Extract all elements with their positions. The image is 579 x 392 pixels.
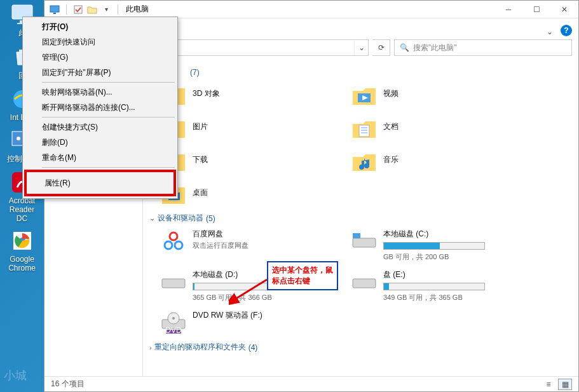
desktop-icon-label: Google Chrome bbox=[4, 255, 40, 273]
separator bbox=[66, 4, 67, 15]
folders-grid: 3D 对象 视频 图片 文档 下载 bbox=[149, 82, 572, 206]
context-menu-properties[interactable]: 属性(R) bbox=[27, 172, 174, 194]
drive-usage-bar bbox=[383, 283, 485, 290]
search-icon: 🔍 bbox=[400, 43, 409, 52]
folder-videos[interactable]: 视频 bbox=[351, 82, 529, 107]
maximize-button[interactable]: ☐ bbox=[522, 1, 550, 18]
context-menu-create-shortcut[interactable]: 创建快捷方式(S) bbox=[24, 119, 176, 135]
folder-label: 视频 bbox=[383, 82, 398, 99]
section-count: (4) bbox=[249, 343, 258, 352]
status-bar: 16 个项目 ≡ ▦ bbox=[44, 376, 578, 391]
context-menu: 打开(O) 固定到快速访问 管理(G) 固定到"开始"屏幕(P) 映射网络驱动器… bbox=[22, 17, 178, 199]
folder-label: 3D 对象 bbox=[193, 82, 220, 99]
address-dropdown-icon[interactable]: ⌄ bbox=[354, 40, 368, 55]
svg-rect-25 bbox=[359, 125, 369, 137]
svg-rect-34 bbox=[353, 233, 360, 238]
svg-rect-33 bbox=[353, 238, 376, 247]
folder-documents[interactable]: 文档 bbox=[351, 115, 529, 140]
close-button[interactable]: ✕ bbox=[550, 1, 578, 18]
svg-rect-35 bbox=[162, 279, 185, 288]
pc-icon bbox=[50, 4, 60, 15]
folder-label: 图片 bbox=[193, 115, 208, 132]
drive-icon bbox=[351, 229, 377, 254]
folder-label: 文档 bbox=[383, 115, 398, 132]
baidu-icon bbox=[161, 229, 186, 254]
checkbox-icon[interactable] bbox=[73, 4, 83, 15]
context-menu-manage[interactable]: 管理(G) bbox=[24, 50, 176, 65]
context-menu-disconnect-drive[interactable]: 断开网络驱动器的连接(C)... bbox=[24, 100, 176, 115]
section-header-folders[interactable]: (7) bbox=[187, 68, 572, 77]
drive-icon bbox=[351, 269, 377, 295]
context-menu-pin-start[interactable]: 固定到"开始"屏幕(P) bbox=[24, 65, 176, 80]
help-icon[interactable]: ? bbox=[561, 25, 572, 36]
svg-point-31 bbox=[165, 241, 172, 249]
drive-e[interactable]: 盘 (E:) 349 GB 可用，共 365 GB bbox=[351, 269, 529, 302]
content-pane: (7) 3D 对象 视频 图片 文档 bbox=[143, 59, 578, 376]
window-title: 此电脑 bbox=[126, 4, 149, 15]
separator bbox=[42, 167, 175, 168]
section-header-drives[interactable]: ⌄ 设备和驱动器 (5) bbox=[149, 213, 572, 224]
ribbon-collapse-chevron[interactable]: ⌄ bbox=[547, 27, 553, 36]
section-title: 设备和驱动器 bbox=[158, 213, 203, 224]
svg-rect-12 bbox=[50, 6, 59, 12]
section-count: (7) bbox=[190, 68, 200, 77]
svg-rect-36 bbox=[353, 279, 376, 288]
window-controls: ─ ☐ ✕ bbox=[494, 1, 578, 18]
folder-pictures[interactable]: 图片 bbox=[161, 115, 339, 140]
refresh-button[interactable]: ⟳ bbox=[372, 39, 390, 56]
svg-point-30 bbox=[170, 233, 177, 240]
chevron-right-icon: › bbox=[149, 344, 152, 351]
separator bbox=[118, 4, 118, 15]
folder-downloads[interactable]: 下载 bbox=[161, 148, 339, 173]
svg-point-6 bbox=[17, 137, 20, 140]
section-title: 重定向的驱动程序和文件夹 bbox=[154, 342, 246, 353]
section-header-redirect[interactable]: › 重定向的驱动程序和文件夹 (4) bbox=[149, 342, 572, 353]
desktop-icon-chrome[interactable]: Google Chrome bbox=[4, 228, 40, 273]
context-menu-rename[interactable]: 重命名(M) bbox=[24, 150, 176, 165]
minimize-button[interactable]: ─ bbox=[494, 1, 522, 18]
annotation-box: 选中某个盘符，鼠 标点击右键 bbox=[267, 261, 338, 290]
section-count: (5) bbox=[206, 214, 215, 223]
desktop-icon-label: Acrobat Reader DC bbox=[4, 196, 40, 223]
context-menu-delete[interactable]: 删除(D) bbox=[24, 135, 176, 150]
documents-folder-icon bbox=[351, 115, 377, 140]
folder-3d-objects[interactable]: 3D 对象 bbox=[161, 82, 339, 107]
music-folder-icon bbox=[351, 148, 377, 173]
context-menu-pin-quick[interactable]: 固定到快速访问 bbox=[24, 34, 176, 50]
drive-name: 盘 (E:) bbox=[383, 269, 485, 280]
folder-desktop[interactable]: 桌面 bbox=[161, 181, 339, 206]
status-text: 16 个项目 bbox=[51, 379, 85, 389]
drives-grid: 百度网盘 双击运行百度网盘 本地磁盘 (C:) GB 可用，共 200 GB bbox=[149, 229, 572, 335]
quick-access-toolbar: ▾ bbox=[44, 4, 121, 15]
videos-folder-icon bbox=[351, 82, 377, 107]
svg-text:DVD: DVD bbox=[165, 326, 182, 334]
chevron-down-icon: ⌄ bbox=[149, 214, 155, 222]
folder-music[interactable]: 音乐 bbox=[351, 148, 529, 173]
dropdown-chevron-icon[interactable]: ▾ bbox=[101, 4, 111, 15]
drive-dvd[interactable]: DVD DVD RW 驱动器 (F:) bbox=[161, 310, 339, 335]
separator bbox=[42, 117, 175, 118]
view-large-icons-button[interactable]: ▦ bbox=[558, 379, 572, 390]
drive-sub: GB 可用，共 200 GB bbox=[383, 252, 485, 262]
svg-point-39 bbox=[172, 317, 175, 320]
drive-c[interactable]: 本地磁盘 (C:) GB 可用，共 200 GB bbox=[351, 229, 529, 262]
context-menu-map-drive[interactable]: 映射网络驱动器(N)... bbox=[24, 84, 176, 100]
folder-label: 下载 bbox=[193, 148, 208, 165]
drive-sub: 双击运行百度网盘 bbox=[193, 241, 249, 250]
drive-name: DVD RW 驱动器 (F:) bbox=[193, 310, 262, 321]
chrome-icon bbox=[10, 228, 35, 253]
folder-icon[interactable] bbox=[87, 4, 97, 15]
view-details-button[interactable]: ≡ bbox=[542, 379, 555, 390]
watermark: 小城 bbox=[4, 368, 27, 383]
svg-point-32 bbox=[175, 241, 182, 249]
annotation-text: 标点击右键 bbox=[272, 276, 333, 287]
separator bbox=[42, 82, 175, 83]
drive-baidu[interactable]: 百度网盘 双击运行百度网盘 bbox=[161, 229, 339, 262]
search-placeholder: 搜索"此电脑" bbox=[413, 43, 457, 53]
folder-label: 音乐 bbox=[383, 148, 398, 165]
annotation-text: 选中某个盘符，鼠 bbox=[272, 265, 333, 276]
search-box[interactable]: 🔍 搜索"此电脑" bbox=[394, 39, 572, 56]
titlebar: ▾ 此电脑 ─ ☐ ✕ bbox=[44, 1, 578, 18]
context-menu-open[interactable]: 打开(O) bbox=[24, 19, 176, 34]
drive-name: 本地磁盘 (C:) bbox=[383, 229, 485, 240]
